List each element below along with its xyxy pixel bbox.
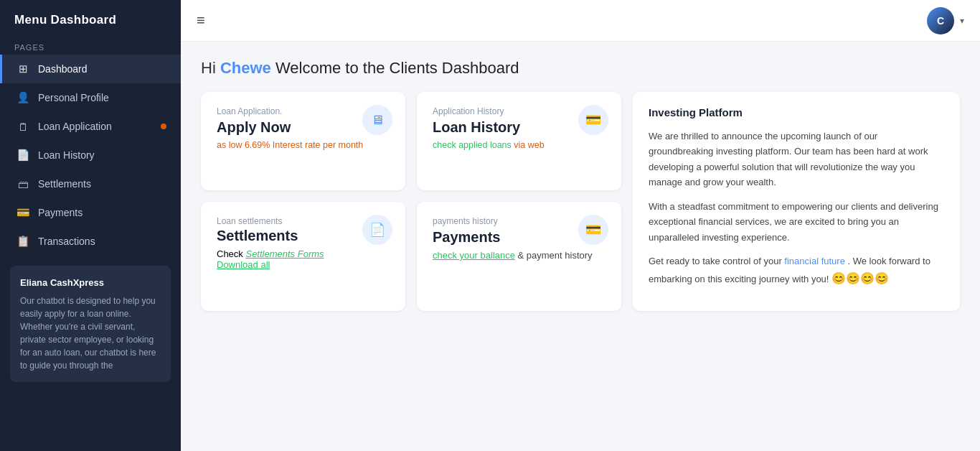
history-icon: 📄 [17, 149, 29, 162]
sidebar-item-dashboard[interactable]: ⊞ Dashboard [0, 55, 181, 83]
financial-future-link[interactable]: financial future [784, 256, 845, 266]
loan-history-subtitle: check applied loans via web [433, 140, 606, 150]
sidebar-item-loan-history[interactable]: 📄 Loan History [0, 141, 181, 169]
sidebar-item-settlements[interactable]: 🗃 Settlements [0, 169, 181, 198]
payments-subtitle: check your ballance & payment history [433, 250, 606, 261]
sidebar-item-payments[interactable]: 💳 Payments [0, 198, 181, 227]
investing-para1: We are thrilled to announce the upcoming… [649, 129, 944, 190]
check-applied-loans-link[interactable]: check applied loans [433, 140, 512, 150]
sidebar-item-transactions[interactable]: 📋 Transactions [0, 227, 181, 256]
avatar[interactable]: C [927, 7, 954, 34]
sidebar: Menu Dashboard Pages ⊞ Dashboard 👤 Perso… [0, 0, 181, 451]
sidebar-item-label: Payments [38, 207, 83, 218]
investing-para3: Get ready to take control of your financ… [649, 254, 944, 288]
loan-application-card[interactable]: Loan Application. Apply Now as low 6.69%… [201, 92, 405, 190]
loan-history-icon: 💳 [578, 105, 608, 135]
sidebar-section-label: Pages [0, 37, 181, 55]
sidebar-item-loan-application[interactable]: 🗒 Loan Application [0, 112, 181, 141]
sidebar-item-personal-profile[interactable]: 👤 Personal Profile [0, 83, 181, 112]
sidebar-item-label: Loan History [38, 149, 95, 161]
dashboard-icon: ⊞ [17, 62, 29, 75]
payments-icon: 💳 [17, 206, 29, 219]
settlements-card[interactable]: Loan settlements Settlements Check Settl… [201, 202, 405, 310]
sidebar-item-label: Settlements [38, 178, 91, 190]
page-content: Hi Chewe Welcome to the Clients Dashboar… [181, 42, 980, 451]
sidebar-title: Menu Dashboard [0, 0, 181, 37]
investing-label: Investing Platform [649, 106, 944, 118]
transactions-icon: 📋 [17, 235, 29, 248]
check-prefix: Check [217, 248, 245, 259]
main-area: ≡ C ▾ Hi Chewe Welcome to the Clients Da… [181, 0, 980, 451]
loan-history-subtitle-suffix: via web [514, 140, 544, 150]
hamburger-button[interactable]: ≡ [197, 12, 205, 29]
investing-card: Investing Platform We are thrilled to an… [633, 92, 960, 311]
sidebar-item-label: Personal Profile [38, 92, 109, 103]
welcome-hi: Hi [201, 59, 216, 77]
person-icon: 👤 [17, 91, 29, 104]
welcome-name: Chewe [220, 59, 271, 77]
topnav: ≡ C ▾ [181, 0, 980, 42]
payments-suffix: & payment history [518, 250, 593, 261]
chatbot-description: Our chatbot is designed to help you easi… [20, 294, 161, 372]
settlements-icon: 🗃 [17, 177, 29, 190]
cards-grid: Loan Application. Apply Now as low 6.69%… [201, 92, 960, 311]
welcome-heading: Hi Chewe Welcome to the Clients Dashboar… [201, 59, 960, 78]
topnav-right: C ▾ [927, 7, 964, 34]
sidebar-item-label: Loan Application [38, 121, 112, 132]
emoji-icons: 😊😊😊😊 [831, 272, 889, 284]
sidebar-item-label: Dashboard [38, 63, 88, 75]
download-all-link[interactable]: Download all [217, 259, 270, 270]
investing-para2: With a steadfast commitment to empowerin… [649, 199, 944, 245]
loan-application-subtitle: as low 6.69% Interest rate per month [217, 140, 390, 150]
document-icon: 🗒 [17, 120, 29, 133]
sidebar-item-label: Transactions [38, 236, 95, 247]
payments-card[interactable]: payments history Payments check your bal… [417, 202, 621, 310]
loan-application-badge [161, 124, 166, 129]
settlements-links: Check Settlements Forms Download all [217, 248, 390, 270]
settlements-forms-link[interactable]: Settlements Forms [245, 248, 324, 259]
loan-application-icon: 🖥 [362, 105, 392, 135]
chatbot-card: Eliana CashXpress Our chatbot is designe… [10, 266, 171, 382]
welcome-rest: Welcome to the Clients Dashboard [275, 59, 519, 77]
chatbot-title: Eliana CashXpress [20, 276, 161, 290]
check-balance-link[interactable]: check your ballance [433, 250, 515, 261]
loan-history-card[interactable]: Application History Loan History check a… [417, 92, 621, 190]
chevron-down-icon[interactable]: ▾ [960, 16, 964, 26]
